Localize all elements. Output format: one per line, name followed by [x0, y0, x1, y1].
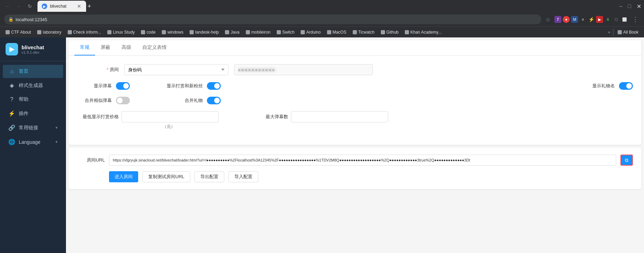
tab-bar-area: ← → ↻ ▶ blivechat ✕ +: [3, 1, 618, 12]
room-label: 房间: [77, 67, 119, 73]
ext-icon-4[interactable]: ≡: [579, 16, 586, 23]
import-config-button[interactable]: 导入配置: [228, 171, 258, 182]
bookmark-windows[interactable]: windows: [159, 28, 186, 36]
sidebar-version: v1.9.1-dev: [22, 50, 44, 54]
tab-close-button[interactable]: ✕: [76, 3, 82, 9]
bookmark-macos[interactable]: MacOS: [324, 28, 349, 36]
sidebar-item-language[interactable]: 🌐 Language ▾: [3, 135, 63, 149]
tab-favicon: ▶: [42, 3, 47, 9]
bookmark-arduino[interactable]: Arduino: [298, 28, 323, 36]
show-likes-slider: [207, 82, 221, 90]
copy-test-url-button[interactable]: 复制测试房间URL: [142, 171, 190, 182]
back-button[interactable]: ←: [3, 1, 12, 11]
url-row: 房间URL ⧉: [77, 155, 633, 166]
sidebar-item-style-gen[interactable]: ◈ 样式生成器: [3, 79, 63, 92]
bookmark-label: CTF About: [11, 30, 31, 35]
minimize-button[interactable]: –: [619, 3, 622, 10]
all-books-label: All Book: [623, 30, 638, 35]
active-tab[interactable]: ▶ blivechat ✕: [37, 1, 86, 12]
bookmarks-bar: CTF AboutlaboratoryCheck inform...Linux …: [0, 26, 644, 37]
bookmark-laboratory[interactable]: laboratory: [34, 28, 64, 36]
bookmark-khan-academy[interactable]: Khan Academy...: [402, 28, 444, 36]
sidebar-label-help: 帮助: [19, 96, 28, 103]
merge-similar-toggle[interactable]: [116, 97, 130, 104]
bookmark-label: Java: [231, 30, 239, 35]
merge-gift-label: 合并礼物: [158, 97, 203, 104]
min-price-unit: （元）: [162, 124, 175, 130]
ext-icon-7[interactable]: A: [604, 16, 611, 23]
bookmark-switch[interactable]: Switch: [274, 28, 297, 36]
sidebar-label-home: 首页: [19, 68, 28, 75]
window-controls: – □ ✕: [619, 3, 641, 10]
folder-icon: [381, 30, 385, 34]
bookmark-linux-study[interactable]: Linux Study: [104, 28, 137, 36]
close-window-button[interactable]: ✕: [637, 3, 641, 10]
bookmark-landesk-help[interactable]: landesk-help: [187, 28, 221, 36]
sidebar-label-common-links: 常用链接: [19, 125, 38, 131]
enter-room-button[interactable]: 进入房间: [109, 171, 138, 182]
tab-navigation: 常规屏蔽高级自定义表情: [69, 40, 641, 56]
ext-icon-9[interactable]: ⬜: [621, 16, 628, 23]
max-danmaku-input[interactable]: 60: [291, 111, 388, 122]
address-bar[interactable]: 🔒 localhost:12345: [4, 15, 541, 24]
url-input[interactable]: [109, 155, 616, 166]
room-id-wrapper: [234, 64, 373, 75]
show-danmaku-slider: [116, 82, 130, 90]
action-buttons: 进入房间 复制测试房间URL 导出配置 导入配置: [77, 171, 633, 182]
bookmark-label: laboratory: [43, 30, 61, 35]
bookmark-ticwatch[interactable]: Ticwatch: [350, 28, 377, 36]
tab-advanced[interactable]: 高级: [116, 40, 137, 55]
ext-icon-8[interactable]: ⬡: [613, 16, 620, 23]
folder-icon: [190, 30, 194, 34]
show-gift-name-toggle[interactable]: [619, 82, 633, 90]
merge-gift-toggle[interactable]: [207, 97, 221, 104]
bookmark-check-inform[interactable]: Check inform...: [65, 28, 104, 36]
sidebar-label-style-gen: 样式生成器: [19, 82, 43, 89]
logo-icon: ▶: [9, 45, 14, 53]
forward-button[interactable]: →: [14, 1, 24, 11]
folder-icon: [327, 30, 331, 34]
maximize-button[interactable]: □: [628, 3, 631, 10]
ext-icon-3[interactable]: M: [571, 16, 578, 23]
ext-icon-6[interactable]: ▶: [596, 16, 603, 23]
bookmark-label: Linux Study: [113, 30, 135, 35]
bookmarks-more-button[interactable]: »: [606, 28, 612, 36]
reload-button[interactable]: ↻: [25, 1, 35, 11]
bookmark-mobileiron[interactable]: mobileiron: [243, 28, 273, 36]
merge-gift-item: 合并礼物: [158, 97, 221, 104]
show-danmaku-toggle[interactable]: [116, 82, 130, 90]
sidebar-item-common-links[interactable]: 🔗 常用链接 ▾: [3, 121, 63, 134]
room-id-input[interactable]: [234, 64, 373, 75]
bookmark-all-books[interactable]: All Book: [613, 28, 641, 36]
bookmark-label: Arduino: [306, 30, 320, 35]
tab-title: blivechat: [50, 4, 74, 9]
ext-icon-2[interactable]: ●: [563, 16, 570, 23]
tab-block[interactable]: 屏蔽: [95, 40, 116, 55]
sidebar-item-plugins[interactable]: ⚡ 插件: [3, 107, 63, 120]
ext-icon-1[interactable]: 7: [554, 16, 561, 23]
show-likes-toggle[interactable]: [207, 82, 221, 90]
export-config-button[interactable]: 导出配置: [194, 171, 224, 182]
room-select[interactable]: 身份码: [124, 64, 228, 75]
lock-icon: 🔒: [8, 17, 14, 22]
bookmark-java[interactable]: Java: [222, 28, 242, 36]
address-text: localhost:12345: [16, 17, 47, 22]
min-price-input[interactable]: 0.1: [122, 111, 219, 122]
sidebar-item-help[interactable]: ? 帮助: [3, 93, 63, 106]
bookmark-github[interactable]: Github: [378, 28, 401, 36]
bookmark-code[interactable]: code: [138, 28, 158, 36]
folder-icon: [162, 30, 166, 34]
folder-icon: [277, 30, 281, 34]
new-tab-button[interactable]: +: [87, 3, 91, 10]
url-copy-button[interactable]: ⧉: [620, 155, 633, 166]
folder-icon: [6, 30, 10, 34]
ext-icon-5[interactable]: ⚡: [588, 16, 595, 23]
tab-normal[interactable]: 常规: [74, 40, 95, 55]
menu-icon[interactable]: ⋮: [631, 14, 640, 25]
tab-custom-emoji[interactable]: 自定义表情: [137, 40, 172, 55]
form-area: 房间 身份码 显示弹幕: [69, 56, 641, 145]
bookmark-ctf-about[interactable]: CTF About: [3, 28, 34, 36]
main-content: 常规屏蔽高级自定义表情 房间 身份码: [66, 37, 644, 253]
sidebar-item-home[interactable]: ⌂ 首页: [3, 65, 63, 78]
bookmark-star-icon[interactable]: ☆: [544, 15, 552, 24]
